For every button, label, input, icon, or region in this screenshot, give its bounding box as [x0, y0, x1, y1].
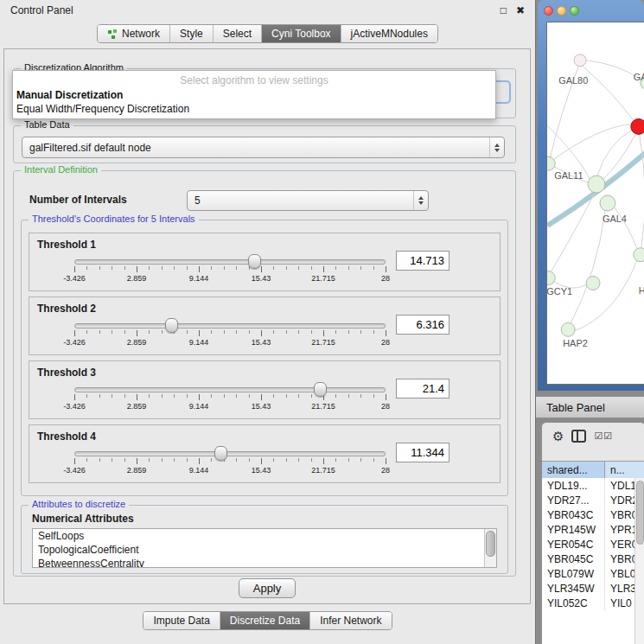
- table-panel-titlebar[interactable]: Table Panel: [536, 396, 644, 418]
- network-edge[interactable]: [582, 66, 634, 121]
- attribute-item[interactable]: SelfLoops: [33, 529, 496, 543]
- interval-definition-group: Interval Definition Number of Intervals …: [13, 170, 516, 577]
- float-window-icon[interactable]: □: [501, 5, 507, 16]
- threshold-slider[interactable]: -3.4262.8599.14415.4321.71528: [74, 382, 386, 413]
- node-label: GAL80: [558, 75, 588, 86]
- columns-icon[interactable]: [571, 430, 586, 443]
- network-node[interactable]: [547, 271, 555, 285]
- column-header-shared-name[interactable]: shared...: [542, 462, 605, 478]
- bottom-tab-strip: Impute DataDiscretize DataInfer Network: [143, 611, 392, 630]
- threshold-value-input[interactable]: [396, 443, 450, 462]
- network-node[interactable]: [588, 175, 605, 193]
- group-title-thresholds: Threshold's Coordinates for 5 Intervals: [29, 214, 199, 224]
- attribute-item[interactable]: BetweennessCentrality: [33, 557, 496, 568]
- slider-track[interactable]: [74, 451, 386, 456]
- network-edge[interactable]: [573, 261, 637, 332]
- network-view-window: GAL80GAGAL11GAL4GCY1HAP2H: [538, 0, 644, 391]
- threshold-value-input[interactable]: [396, 315, 450, 335]
- column-header-name[interactable]: n...: [605, 462, 644, 478]
- threshold-slider[interactable]: -3.4262.8599.14415.4321.71528: [74, 446, 386, 477]
- scale-label: -3.426: [63, 466, 86, 475]
- network-node[interactable]: [634, 248, 644, 262]
- minimize-traffic-light-icon[interactable]: [557, 6, 566, 16]
- number-of-intervals-combobox[interactable]: 5: [187, 190, 429, 211]
- tab-cyni-toolbox[interactable]: Cyni Toolbox: [261, 25, 340, 42]
- slider-thumb[interactable]: [248, 254, 261, 269]
- slider-track[interactable]: [74, 259, 386, 265]
- scale-label: 9.144: [189, 402, 209, 411]
- tab-style[interactable]: Style: [169, 25, 213, 42]
- threshold-value-input[interactable]: [396, 379, 450, 399]
- slider-ticks: [74, 394, 386, 401]
- dropdown-placeholder: Select algorithm to view settings: [13, 71, 495, 88]
- tab-impute-data[interactable]: Impute Data: [143, 612, 219, 629]
- table-row[interactable]: YIL052C YIL0: [542, 596, 635, 610]
- slider-track[interactable]: [74, 323, 386, 328]
- attribute-item[interactable]: TopologicalCoefficient: [33, 543, 496, 557]
- threshold-slider[interactable]: -3.4262.8599.14415.4321.71528: [74, 318, 386, 349]
- table-data-combobox[interactable]: galFiltered.sif default node: [22, 137, 505, 158]
- slider-thumb[interactable]: [165, 318, 178, 333]
- table-row[interactable]: YLR345W YLR3: [542, 581, 635, 596]
- network-node[interactable]: [574, 54, 586, 67]
- slider-thumb[interactable]: [314, 382, 327, 397]
- network-node[interactable]: [631, 118, 644, 134]
- network-graph[interactable]: GAL80GAGAL11GAL4GCY1HAP2H: [547, 22, 644, 384]
- scrollbar-thumb[interactable]: [636, 481, 644, 545]
- threshold-value-input[interactable]: [396, 251, 450, 271]
- table-row[interactable]: YER054C YER0: [542, 537, 635, 552]
- node-label: GA: [634, 72, 644, 82]
- control-panel-titlebar[interactable]: Control Panel □ ✖: [0, 0, 535, 21]
- algorithm-option[interactable]: Equal Width/Frequency Discretization: [13, 102, 495, 116]
- scrollbar-thumb[interactable]: [486, 531, 495, 557]
- tab-infer-network[interactable]: Infer Network: [309, 612, 391, 629]
- table-row[interactable]: YBL079W YBL0: [542, 566, 635, 581]
- node-label: HAP2: [563, 338, 588, 348]
- algorithm-option[interactable]: Manual Discretization: [13, 88, 495, 102]
- table-panel-title: Table Panel: [546, 401, 605, 414]
- network-canvas[interactable]: GAL80GAGAL11GAL4GCY1HAP2H: [546, 22, 644, 385]
- tab-discretize-data[interactable]: Discretize Data: [220, 612, 309, 629]
- network-node[interactable]: [600, 195, 615, 211]
- attributes-scrollbar[interactable]: [484, 529, 496, 567]
- numerical-attributes-list[interactable]: SelfLoopsTopologicalCoefficientBetweenne…: [32, 528, 497, 568]
- slider-track[interactable]: [74, 387, 386, 392]
- table-row[interactable]: YDL19... YDL1: [542, 478, 635, 493]
- table-row[interactable]: YBR045C YBR0: [542, 552, 635, 566]
- control-panel-window: Control Panel □ ✖ NetworkStyleSelectCyni…: [0, 0, 536, 644]
- network-node[interactable]: [586, 277, 600, 290]
- table-cell: YPR145W: [542, 522, 605, 537]
- slider-scale: -3.4262.8599.14415.4321.71528: [74, 274, 386, 284]
- table-cell: YIL0: [605, 596, 635, 610]
- slider-scale: -3.4262.8599.14415.4321.71528: [74, 466, 386, 476]
- top-tab-strip: NetworkStyleSelectCyni ToolboxjActiveMNo…: [97, 24, 438, 43]
- zoom-traffic-light-icon[interactable]: [570, 6, 579, 16]
- scale-label: -3.426: [63, 402, 86, 411]
- table-cell: YIL052C: [542, 596, 605, 610]
- table-scrollbar[interactable]: [634, 478, 644, 644]
- threshold-slider[interactable]: -3.4262.8599.14415.4321.71528: [74, 254, 386, 285]
- tab-select[interactable]: Select: [213, 25, 261, 42]
- gear-icon[interactable]: ⚙: [552, 430, 564, 443]
- tab-network[interactable]: Network: [98, 25, 169, 42]
- network-edge[interactable]: [549, 124, 634, 163]
- close-window-icon[interactable]: ✖: [516, 5, 525, 16]
- table-row[interactable]: YDR27... YDR2: [542, 493, 635, 507]
- bottom-tab-bar: Impute DataDiscretize DataInfer Network: [0, 611, 535, 630]
- scale-label: 21.715: [311, 274, 335, 283]
- slider-thumb[interactable]: [214, 446, 227, 461]
- table-row[interactable]: YPR145W YPR1: [542, 522, 635, 537]
- group-title-attributes: Attributes to discretize: [29, 499, 129, 509]
- table-row[interactable]: YBR043C YBR0: [542, 507, 635, 522]
- tab-jactivemnodules[interactable]: jActiveMNodules: [341, 25, 437, 42]
- network-node[interactable]: [561, 322, 575, 336]
- table-rows: YDL19... YDL1 YDR27... YDR2 YBR043C YBR0…: [542, 478, 635, 644]
- checkbox-icons[interactable]: ☑☑: [594, 430, 613, 442]
- network-edge[interactable]: [551, 193, 595, 272]
- close-traffic-light-icon[interactable]: [544, 6, 553, 16]
- control-panel-content: Discretization Algorithm Select algorith…: [3, 48, 531, 604]
- apply-button[interactable]: Apply: [239, 578, 296, 598]
- scale-label: -3.426: [63, 274, 86, 283]
- tab-label: Impute Data: [153, 615, 209, 627]
- attributes-to-discretize-group: Attributes to discretize Numerical Attri…: [21, 505, 508, 574]
